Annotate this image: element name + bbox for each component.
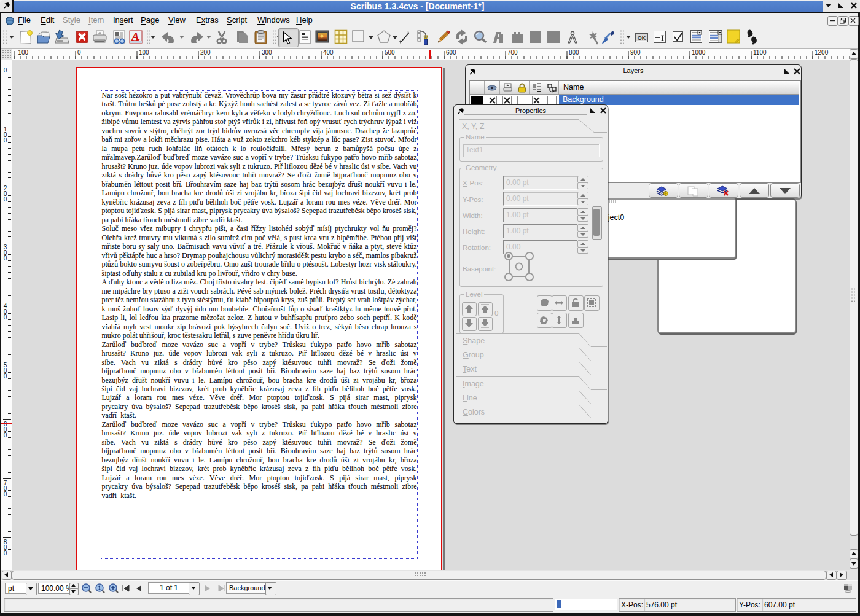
svg-text:OK: OK [638, 35, 646, 41]
